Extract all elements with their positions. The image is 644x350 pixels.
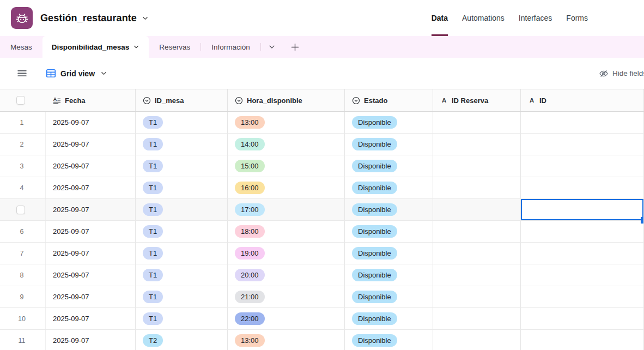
cell-estado[interactable]: Disponible	[345, 177, 433, 198]
nav-interfaces[interactable]: Interfaces	[519, 0, 552, 36]
cell-id[interactable]	[521, 221, 644, 242]
cell-hora-disponible[interactable]: 19:00	[228, 243, 345, 264]
cell-id-reserva[interactable]	[433, 286, 521, 307]
cell-id-mesa[interactable]: T1	[136, 221, 228, 242]
cell-hora-disponible[interactable]: 14:00	[228, 134, 345, 155]
cell-id[interactable]	[521, 134, 644, 155]
cell-estado[interactable]: Disponible	[345, 308, 433, 329]
cell-fecha[interactable]: 2025-09-07	[46, 134, 136, 155]
row-number-cell[interactable]: 3	[0, 155, 46, 177]
cell-hora-disponible[interactable]: 16:00	[228, 177, 345, 198]
cell-id-reserva[interactable]	[433, 330, 521, 350]
select-all-checkbox[interactable]	[16, 96, 25, 105]
cell-estado[interactable]: Disponible	[345, 286, 433, 307]
column-header-id-mesa[interactable]: ID_mesa	[136, 89, 228, 111]
table-tab-reservas[interactable]: Reservas	[149, 36, 201, 58]
column-header-estado[interactable]: Estado	[345, 89, 433, 111]
cell-id-mesa[interactable]: T1	[136, 308, 228, 329]
cell-fecha[interactable]: 2025-09-07	[46, 243, 136, 264]
row-number-cell[interactable]: 6	[0, 221, 46, 242]
row-number-cell[interactable]: 4	[0, 177, 46, 198]
table-tab-mesas[interactable]: Mesas	[0, 36, 42, 58]
cell-estado[interactable]: Disponible	[345, 134, 433, 155]
nav-automations[interactable]: Automations	[462, 0, 505, 36]
table-tab-disponibilidad-mesas[interactable]: Disponibilidad_mesas	[42, 36, 149, 58]
column-header-id[interactable]: AID	[521, 89, 644, 111]
nav-data[interactable]: Data	[432, 0, 448, 36]
cell-id-reserva[interactable]	[433, 155, 521, 177]
cell-fecha[interactable]: 2025-09-07	[46, 308, 136, 329]
cell-hora-disponible[interactable]: 17:00	[228, 199, 345, 220]
column-header-id-reserva[interactable]: AID Reserva	[433, 89, 521, 111]
column-header-fecha[interactable]: AFecha	[46, 89, 136, 111]
row-checkbox[interactable]	[16, 206, 25, 214]
cell-hora-disponible[interactable]: 21:00	[228, 286, 345, 307]
cell-hora-disponible[interactable]: 22:00	[228, 308, 345, 329]
base-logo-icon[interactable]	[11, 7, 33, 29]
cell-id-mesa[interactable]: T2	[136, 330, 228, 350]
cell-id-mesa[interactable]: T1	[136, 155, 228, 177]
cell-fecha[interactable]: 2025-09-07	[46, 221, 136, 242]
cell-id-reserva[interactable]	[433, 221, 521, 242]
hide-fields-button[interactable]: Hide fields	[599, 69, 644, 79]
cell-estado[interactable]: Disponible	[345, 330, 433, 350]
row-number-cell[interactable]: 7	[0, 243, 46, 264]
cell-hora-disponible[interactable]: 13:00	[228, 112, 345, 133]
cell-id-mesa[interactable]: T1	[136, 264, 228, 286]
cell-hora-disponible[interactable]: 15:00	[228, 155, 345, 177]
cell-id-reserva[interactable]	[433, 177, 521, 198]
cell-id-reserva[interactable]	[433, 112, 521, 133]
cell-estado[interactable]: Disponible	[345, 264, 433, 286]
row-number-cell[interactable]: 1	[0, 112, 46, 133]
cell-estado[interactable]: Disponible	[345, 112, 433, 133]
column-header-hora-disponible[interactable]: Hora_disponible	[228, 89, 345, 111]
cell-id-reserva[interactable]	[433, 134, 521, 155]
add-table-button[interactable]	[283, 36, 307, 58]
cell-fecha[interactable]: 2025-09-07	[46, 199, 136, 220]
row-number-cell[interactable]: 2	[0, 134, 46, 155]
base-title-button[interactable]: Gestión_restaurante	[40, 13, 149, 24]
cell-id[interactable]	[521, 308, 644, 329]
view-sidebar-toggle-button[interactable]	[16, 68, 28, 79]
cell-estado[interactable]: Disponible	[345, 155, 433, 177]
cell-estado[interactable]: Disponible	[345, 221, 433, 242]
cell-id-reserva[interactable]	[433, 243, 521, 264]
row-number-cell[interactable]	[0, 199, 46, 220]
cell-id-mesa[interactable]: T1	[136, 134, 228, 155]
tab-list-chevron-button[interactable]	[261, 36, 283, 58]
table-tab-informaci-n[interactable]: Información	[201, 36, 260, 58]
cell-id[interactable]	[521, 155, 644, 177]
row-number-cell[interactable]: 9	[0, 286, 46, 307]
cell-fecha[interactable]: 2025-09-07	[46, 155, 136, 177]
cell-id-mesa[interactable]: T1	[136, 112, 228, 133]
cell-fecha[interactable]: 2025-09-07	[46, 177, 136, 198]
cell-fecha[interactable]: 2025-09-07	[46, 330, 136, 350]
row-number-cell[interactable]: 10	[0, 308, 46, 329]
cell-id[interactable]	[521, 330, 644, 350]
row-number-cell[interactable]: 8	[0, 264, 46, 286]
cell-hora-disponible[interactable]: 13:00	[228, 330, 345, 350]
cell-id[interactable]	[521, 243, 644, 264]
cell-id-reserva[interactable]	[433, 308, 521, 329]
row-number-cell[interactable]: 11	[0, 330, 46, 350]
cell-id-mesa[interactable]: T1	[136, 199, 228, 220]
cell-id-reserva[interactable]	[433, 264, 521, 286]
cell-fecha[interactable]: 2025-09-07	[46, 264, 136, 286]
cell-id[interactable]	[521, 199, 644, 220]
cell-hora-disponible[interactable]: 18:00	[228, 221, 345, 242]
cell-id-reserva[interactable]	[433, 199, 521, 220]
cell-id-mesa[interactable]: T1	[136, 243, 228, 264]
grid-view-switcher-button[interactable]: Grid view	[46, 68, 107, 79]
nav-forms[interactable]: Forms	[566, 0, 588, 36]
cell-fecha[interactable]: 2025-09-07	[46, 112, 136, 133]
cell-id[interactable]	[521, 177, 644, 198]
cell-estado[interactable]: Disponible	[345, 199, 433, 220]
fill-handle[interactable]	[641, 217, 643, 224]
cell-estado[interactable]: Disponible	[345, 243, 433, 264]
cell-id-mesa[interactable]: T1	[136, 286, 228, 307]
cell-id[interactable]	[521, 112, 644, 133]
cell-id[interactable]	[521, 286, 644, 307]
cell-hora-disponible[interactable]: 20:00	[228, 264, 345, 286]
cell-id[interactable]	[521, 264, 644, 286]
cell-id-mesa[interactable]: T1	[136, 177, 228, 198]
